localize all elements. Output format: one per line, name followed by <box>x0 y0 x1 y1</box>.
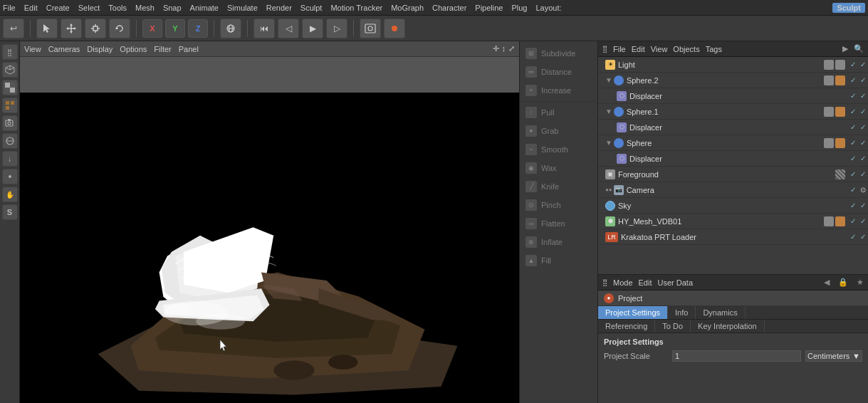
sculpt-tool-fill[interactable]: ▲ Fill <box>520 251 597 270</box>
attr-tab-dynamics[interactable]: Dynamics <box>696 306 745 319</box>
sphere-icon[interactable] <box>2 133 18 149</box>
menu-animate[interactable]: Animate <box>190 4 219 12</box>
sculpt-tool-distance[interactable]: ⇔ Distance <box>520 63 597 81</box>
sky-visibility[interactable]: ✓ <box>848 201 858 211</box>
up-down-icon[interactable]: ↕ <box>502 44 506 53</box>
foreground-render-vis[interactable]: ✓ <box>858 169 868 179</box>
sculpt-tool-pull[interactable]: ↑ Pull <box>520 103 597 122</box>
sculpt-tool-grab[interactable]: ✦ Grab <box>520 122 597 140</box>
viewport-menu-display[interactable]: Display <box>87 45 113 53</box>
render-view-button[interactable] <box>360 19 381 38</box>
sculpt-tool-smooth[interactable]: ~ Smooth <box>520 140 597 159</box>
s-label[interactable]: S <box>2 204 18 220</box>
obj-menu-view[interactable]: View <box>651 45 668 53</box>
menu-mesh[interactable]: Mesh <box>135 4 155 12</box>
sphere1-visibility[interactable]: ✓ <box>848 107 858 117</box>
sculpt-tool-pinch[interactable]: ⊙ Pinch <box>520 196 597 214</box>
next-frame-button[interactable]: ▷ <box>326 19 347 38</box>
obj-menu-file[interactable]: File <box>613 45 626 53</box>
undo-button[interactable]: ↩ <box>3 19 24 38</box>
sculpt-tool-increase[interactable]: + Increase <box>520 81 597 100</box>
object-row-vdb[interactable]: ⬢ HY_Mesh_VDB01 ✓ ✓ <box>598 214 868 229</box>
scale-tool-button[interactable] <box>85 19 106 38</box>
layout-badge[interactable]: Sculpt <box>832 3 865 13</box>
viewport-menu-panel[interactable]: Panel <box>179 45 199 53</box>
object-row-foreground[interactable]: ▣ Foreground ✓ ✓ <box>598 167 868 182</box>
object-row-light[interactable]: ☀ Light ✓ ✓ <box>598 57 868 73</box>
x-axis-button[interactable]: X <box>142 19 162 38</box>
object-row-krakatoa[interactable]: LR Krakatoa PRT Loader ✓ ✓ <box>598 229 868 245</box>
prev-frame-button[interactable]: ◁ <box>278 19 299 38</box>
play-back-button[interactable]: ⏮ <box>253 19 275 38</box>
sphere-render-vis[interactable]: ✓ <box>858 138 868 148</box>
y-axis-button[interactable]: Y <box>165 19 185 38</box>
menu-motion-tracker[interactable]: Motion Tracker <box>330 4 382 12</box>
hand-icon[interactable]: ✋ <box>2 187 18 202</box>
menu-simulate[interactable]: Simulate <box>227 4 258 12</box>
object-row-displacer1[interactable]: ⬡ Displacer ✓ ✓ <box>598 88 868 104</box>
move-icon[interactable]: ✛ <box>493 44 499 53</box>
play-button[interactable]: ▶ <box>302 19 323 38</box>
grid-icon-2[interactable] <box>2 98 18 113</box>
render-button[interactable] <box>384 19 405 38</box>
menu-select[interactable]: Select <box>78 4 100 12</box>
project-scale-unit[interactable]: Centimeters ▼ <box>805 350 862 362</box>
attr-tab-todo[interactable]: To Do <box>655 320 691 333</box>
select-tool-button[interactable] <box>36 19 58 38</box>
krakatoa-render-vis[interactable]: ✓ <box>858 232 868 242</box>
attr-tab-key-interpolation[interactable]: Key Interpolation <box>691 320 765 333</box>
menu-tools[interactable]: Tools <box>108 4 127 12</box>
attr-lock-icon[interactable]: 🔒 <box>838 278 848 287</box>
sphere-expand[interactable]: ▼ <box>605 139 612 147</box>
menu-sculpt[interactable]: Sculpt <box>300 4 323 12</box>
menu-snap[interactable]: Snap <box>163 4 182 12</box>
foreground-visibility[interactable]: ✓ <box>848 169 858 179</box>
light-visibility[interactable]: ✓ <box>848 60 858 70</box>
sphere1-render-vis[interactable]: ✓ <box>858 107 868 117</box>
krakatoa-visibility[interactable]: ✓ <box>848 232 858 242</box>
maximize-icon[interactable]: ⤢ <box>508 44 515 53</box>
camera-icon[interactable] <box>2 115 18 131</box>
object-row-displacer3[interactable]: ⬡ Displacer ✓ ✓ <box>598 151 868 167</box>
camera-render-vis[interactable]: ⊙ <box>858 185 868 195</box>
sculpt-tool-knife[interactable]: ╱ Knife <box>520 177 597 196</box>
displacer3-visibility[interactable]: ✓ <box>848 154 858 164</box>
obj-menu-edit[interactable]: Edit <box>632 45 645 53</box>
attr-menu-edit[interactable]: Edit <box>639 278 652 287</box>
cube-icon[interactable] <box>2 62 18 78</box>
object-row-displacer2[interactable]: ⬡ Displacer ✓ ✓ <box>598 120 868 135</box>
move-tool-button[interactable] <box>61 19 82 38</box>
object-row-sky[interactable]: Sky ✓ ✓ <box>598 198 868 214</box>
light-render-vis[interactable]: ✓ <box>858 60 868 70</box>
object-row-sphere2[interactable]: ▼ Sphere.2 ✓ ✓ <box>598 73 868 88</box>
attr-menu-mode[interactable]: Mode <box>613 278 633 287</box>
object-row-camera[interactable]: ●● 📷 Camera ✓ ⊙ <box>598 182 868 198</box>
vdb-render-vis[interactable]: ✓ <box>858 216 868 226</box>
sculpt-tool-flatten[interactable]: ═ Flatten <box>520 214 597 233</box>
menu-character[interactable]: Character <box>432 4 466 12</box>
obj-search-icon[interactable]: 🔍 <box>854 44 864 53</box>
attr-bookmark-icon[interactable]: ★ <box>857 278 864 287</box>
sphere2-render-vis[interactable]: ✓ <box>858 75 868 85</box>
sculpt-tool-subdivide[interactable]: ⊞ Subdivide <box>520 44 597 63</box>
camera-visibility[interactable]: ✓ <box>848 185 858 195</box>
viewport-3d[interactable] <box>20 57 519 403</box>
menu-create[interactable]: Create <box>46 4 70 12</box>
attr-tab-project-settings[interactable]: Project Settings <box>598 306 668 319</box>
menu-file[interactable]: File <box>3 4 16 12</box>
sphere-visibility[interactable]: ✓ <box>848 138 858 148</box>
viewport-menu-filter[interactable]: Filter <box>154 45 171 53</box>
menu-edit[interactable]: Edit <box>24 4 38 12</box>
sphere2-visibility[interactable]: ✓ <box>848 75 858 85</box>
viewport-menu-view[interactable]: View <box>24 45 41 53</box>
object-row-sphere[interactable]: ▼ Sphere ✓ ✓ <box>598 135 868 151</box>
displacer1-visibility[interactable]: ✓ <box>848 91 858 101</box>
menu-plug[interactable]: Plug <box>511 4 527 12</box>
attr-tab-referencing[interactable]: Referencing <box>598 320 655 333</box>
sphere2-expand[interactable]: ▼ <box>605 76 612 84</box>
viewport-menu-options[interactable]: Options <box>120 45 147 53</box>
arrow-down-icon[interactable]: ↓ <box>2 151 18 167</box>
obj-menu-tags[interactable]: Tags <box>706 45 722 53</box>
sphere1-expand[interactable]: ▼ <box>605 108 612 115</box>
displacer2-render-vis[interactable]: ✓ <box>858 122 868 132</box>
